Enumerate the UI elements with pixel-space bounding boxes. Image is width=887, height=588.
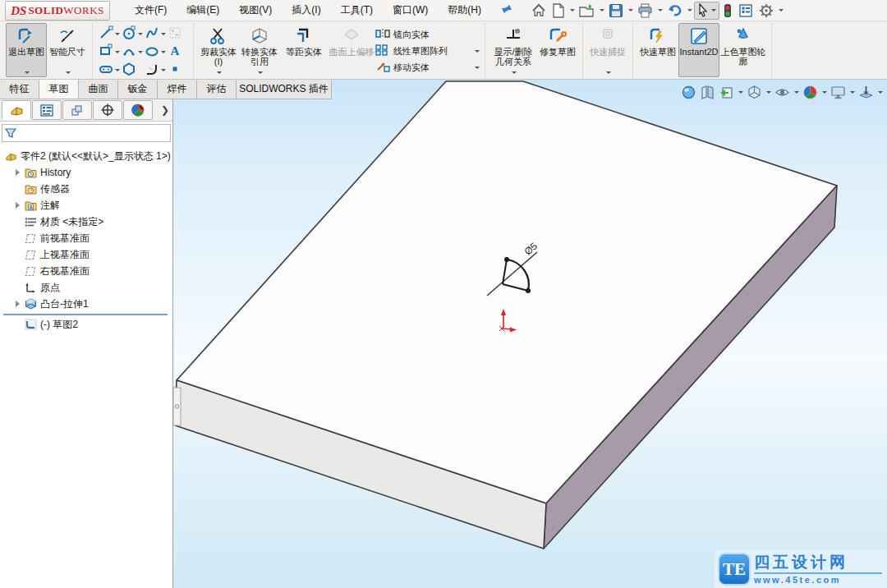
configuration-manager-tab[interactable] [62, 100, 92, 120]
tab-sketch[interactable]: 草图 [39, 80, 79, 99]
trim-entities-caret[interactable] [217, 71, 222, 76]
tree-item-annotations[interactable]: A 注解 [10, 197, 172, 214]
arc-tool-icon[interactable] [122, 44, 136, 61]
undo-caret[interactable] [687, 9, 692, 14]
smart-dimension-button[interactable]: 智能尺寸 [47, 23, 88, 77]
view-settings-caret[interactable] [878, 91, 883, 96]
menu-file[interactable]: 文件(F) [125, 0, 177, 21]
tree-root-part[interactable]: 零件2 (默认<<默认>_显示状态 1>) [0, 148, 172, 164]
tree-item-sensors[interactable]: 传感器 [10, 181, 172, 197]
undo-icon[interactable] [664, 2, 685, 20]
mirror-entities-button[interactable]: 镜向实体 [375, 26, 480, 43]
slot-tool-icon[interactable] [99, 62, 113, 79]
zoom-to-area-icon[interactable] [699, 84, 716, 101]
rectangle-tool-icon[interactable] [99, 44, 113, 61]
linear-pattern-caret[interactable] [475, 50, 480, 55]
point-tool-icon[interactable] [168, 62, 182, 79]
property-manager-tab[interactable] [32, 100, 62, 120]
convert-entities-caret[interactable] [258, 71, 263, 76]
menu-edit[interactable]: 编辑(E) [177, 0, 229, 21]
quick-snaps-caret[interactable] [606, 71, 611, 76]
ellipse-tool-icon[interactable] [145, 44, 159, 61]
display-relations-caret[interactable] [512, 71, 517, 76]
display-relations-button[interactable]: 显示/删除几何关系 [489, 23, 537, 77]
surface-offset-button[interactable]: 曲面上偏移 [328, 23, 375, 77]
trim-entities-button[interactable]: 剪裁实体(I) [198, 23, 239, 77]
tree-item-sketch2[interactable]: (-) 草图2 [10, 316, 172, 333]
select-tool-icon[interactable] [694, 2, 719, 20]
exit-sketch-button[interactable]: 退出草图 [6, 23, 47, 77]
feature-tree-tab[interactable] [2, 100, 31, 120]
exit-sketch-caret[interactable] [25, 71, 30, 76]
spline-tool-icon[interactable] [145, 25, 159, 43]
expand-arrow-icon[interactable] [13, 301, 23, 307]
move-entities-caret[interactable] [475, 67, 480, 71]
rapid-sketch-button[interactable]: 快速草图 [637, 23, 678, 77]
edit-appearance-icon[interactable] [802, 84, 819, 101]
rollback-bar[interactable] [3, 314, 168, 315]
home-icon[interactable] [529, 2, 549, 20]
menu-insert[interactable]: 插入(I) [282, 0, 330, 21]
tab-weldments[interactable]: 焊件 [158, 80, 197, 99]
view-settings-icon[interactable] [857, 84, 875, 101]
panel-expand-chevron-icon[interactable]: ❯ [159, 104, 172, 116]
tree-item-top-plane[interactable]: 上视基准面 [10, 246, 172, 263]
repair-sketch-button[interactable]: 修复草图 [537, 23, 578, 77]
view-orientation-caret[interactable] [766, 91, 771, 96]
pattern-grid-icon[interactable] [168, 25, 182, 43]
tab-features[interactable]: 特征 [0, 80, 39, 99]
dimxpert-manager-tab[interactable] [93, 100, 122, 120]
display-style-icon[interactable] [774, 84, 791, 101]
offset-entities-button[interactable]: 等距实体 [280, 23, 328, 77]
menu-view[interactable]: 视图(V) [229, 0, 282, 21]
previous-view-caret[interactable] [738, 91, 743, 96]
print-icon[interactable] [635, 2, 655, 20]
print-caret[interactable] [658, 9, 663, 14]
tree-item-boss-extrude1[interactable]: 凸台-拉伸1 [10, 296, 172, 312]
tab-solidworks-addins[interactable]: SOLIDWORKS 插件 [237, 80, 332, 99]
quick-snaps-button[interactable]: 快速捕捉 [587, 23, 628, 77]
tab-surfaces[interactable]: 曲面 [79, 80, 118, 99]
display-manager-tab[interactable] [123, 100, 153, 120]
instant2d-button[interactable]: Instant2D [678, 23, 719, 77]
move-entities-button[interactable]: 移动实体 [375, 59, 480, 76]
rebuild-icon[interactable] [720, 2, 735, 20]
polygon-tool-icon[interactable] [122, 62, 136, 79]
tab-evaluate[interactable]: 评估 [197, 80, 237, 99]
circle-tool-icon[interactable] [122, 25, 136, 43]
tree-item-right-plane[interactable]: 右视基准面 [10, 263, 172, 279]
menu-window[interactable]: 窗口(W) [383, 0, 438, 21]
menu-tools[interactable]: 工具(T) [331, 0, 383, 21]
linear-pattern-button[interactable]: 线性草图阵列 [375, 43, 480, 59]
save-caret[interactable] [628, 9, 633, 14]
line-tool-icon[interactable] [99, 25, 113, 43]
select-tool-caret[interactable] [711, 9, 716, 14]
options-caret[interactable] [779, 9, 784, 14]
edit-appearance-caret[interactable] [822, 91, 827, 96]
view-orientation-icon[interactable] [746, 84, 763, 101]
text-tool-icon[interactable]: A [168, 44, 182, 61]
save-icon[interactable] [606, 2, 626, 20]
fillet-tool-icon[interactable] [145, 62, 159, 79]
shaded-contours-button[interactable]: 上色草图轮廓 [719, 23, 767, 77]
panel-splitter-handle[interactable] [173, 388, 181, 425]
tree-item-material[interactable]: 材质 <未指定> [10, 214, 172, 230]
convert-entities-button[interactable]: 转换实体引用 [239, 23, 280, 77]
tree-item-origin[interactable]: 原点 [10, 279, 172, 296]
tree-filter-bar[interactable] [2, 124, 171, 142]
plate-part[interactable] [175, 81, 837, 549]
new-document-caret[interactable] [570, 9, 575, 14]
file-properties-icon[interactable] [736, 2, 756, 20]
previous-view-icon[interactable] [718, 84, 735, 101]
display-style-caret[interactable] [794, 91, 799, 96]
graphics-viewport[interactable]: Ø5 [173, 80, 887, 588]
options-gear-icon[interactable] [756, 2, 776, 20]
tree-item-front-plane[interactable]: 前视基准面 [10, 230, 172, 246]
expand-arrow-icon[interactable] [13, 202, 23, 209]
new-document-icon[interactable] [549, 2, 568, 20]
tab-sheet-metal[interactable]: 钣金 [118, 80, 158, 99]
pin-menu-icon[interactable] [498, 3, 516, 17]
menu-help[interactable]: 帮助(H) [438, 0, 491, 21]
zoom-to-fit-icon[interactable] [680, 84, 697, 101]
open-caret[interactable] [600, 9, 604, 14]
